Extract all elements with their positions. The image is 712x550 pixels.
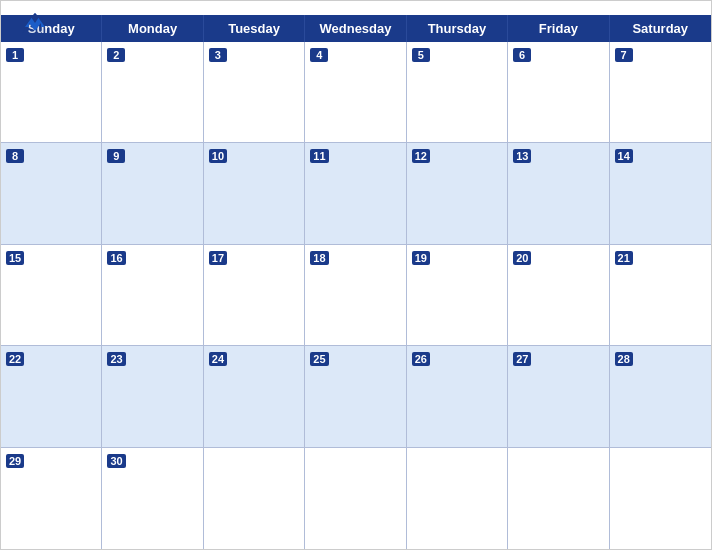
day-number: 25 xyxy=(310,352,328,366)
day-cell-30: 30 xyxy=(102,448,203,549)
day-number: 15 xyxy=(6,251,24,265)
day-cell-4: 4 xyxy=(305,42,406,143)
empty-day-cell xyxy=(407,448,508,549)
day-number: 22 xyxy=(6,352,24,366)
day-cell-2: 2 xyxy=(102,42,203,143)
day-number: 20 xyxy=(513,251,531,265)
day-number: 21 xyxy=(615,251,633,265)
empty-day-cell xyxy=(305,448,406,549)
day-cell-25: 25 xyxy=(305,346,406,447)
header-monday: Monday xyxy=(102,15,203,42)
day-number: 13 xyxy=(513,149,531,163)
day-cell-9: 9 xyxy=(102,143,203,244)
calendar-header xyxy=(1,1,711,15)
day-cell-11: 11 xyxy=(305,143,406,244)
day-number: 10 xyxy=(209,149,227,163)
day-number: 30 xyxy=(107,454,125,468)
day-number: 16 xyxy=(107,251,125,265)
day-number: 19 xyxy=(412,251,430,265)
day-cell-19: 19 xyxy=(407,245,508,346)
day-number: 3 xyxy=(209,48,227,62)
header-thursday: Thursday xyxy=(407,15,508,42)
calendar-grid: 1234567891011121314151617181920212223242… xyxy=(1,42,711,549)
logo-area xyxy=(17,9,56,41)
day-cell-12: 12 xyxy=(407,143,508,244)
day-number: 1 xyxy=(6,48,24,62)
day-cell-3: 3 xyxy=(204,42,305,143)
header-saturday: Saturday xyxy=(610,15,711,42)
empty-day-cell xyxy=(204,448,305,549)
day-cell-22: 22 xyxy=(1,346,102,447)
day-number: 2 xyxy=(107,48,125,62)
day-cell-20: 20 xyxy=(508,245,609,346)
day-number: 6 xyxy=(513,48,531,62)
day-cell-5: 5 xyxy=(407,42,508,143)
header-tuesday: Tuesday xyxy=(204,15,305,42)
day-cell-29: 29 xyxy=(1,448,102,549)
day-number: 17 xyxy=(209,251,227,265)
day-number: 4 xyxy=(310,48,328,62)
day-cell-1: 1 xyxy=(1,42,102,143)
day-number: 28 xyxy=(615,352,633,366)
day-number: 11 xyxy=(310,149,328,163)
day-number: 26 xyxy=(412,352,430,366)
empty-day-cell xyxy=(508,448,609,549)
day-number: 18 xyxy=(310,251,328,265)
day-number: 5 xyxy=(412,48,430,62)
day-number: 7 xyxy=(615,48,633,62)
day-cell-23: 23 xyxy=(102,346,203,447)
day-cell-28: 28 xyxy=(610,346,711,447)
day-cell-21: 21 xyxy=(610,245,711,346)
day-cell-18: 18 xyxy=(305,245,406,346)
day-cell-7: 7 xyxy=(610,42,711,143)
day-number: 14 xyxy=(615,149,633,163)
day-cell-15: 15 xyxy=(1,245,102,346)
empty-day-cell xyxy=(610,448,711,549)
day-cell-6: 6 xyxy=(508,42,609,143)
header-wednesday: Wednesday xyxy=(305,15,406,42)
day-number: 29 xyxy=(6,454,24,468)
day-cell-24: 24 xyxy=(204,346,305,447)
day-cell-16: 16 xyxy=(102,245,203,346)
day-cell-10: 10 xyxy=(204,143,305,244)
day-headers: Sunday Monday Tuesday Wednesday Thursday… xyxy=(1,15,711,42)
calendar-container: Sunday Monday Tuesday Wednesday Thursday… xyxy=(0,0,712,550)
header-friday: Friday xyxy=(508,15,609,42)
day-cell-8: 8 xyxy=(1,143,102,244)
logo-icon xyxy=(17,9,53,41)
day-number: 27 xyxy=(513,352,531,366)
day-cell-13: 13 xyxy=(508,143,609,244)
day-number: 24 xyxy=(209,352,227,366)
day-number: 8 xyxy=(6,149,24,163)
day-cell-14: 14 xyxy=(610,143,711,244)
day-number: 23 xyxy=(107,352,125,366)
day-cell-27: 27 xyxy=(508,346,609,447)
day-cell-17: 17 xyxy=(204,245,305,346)
day-cell-26: 26 xyxy=(407,346,508,447)
day-number: 12 xyxy=(412,149,430,163)
day-number: 9 xyxy=(107,149,125,163)
